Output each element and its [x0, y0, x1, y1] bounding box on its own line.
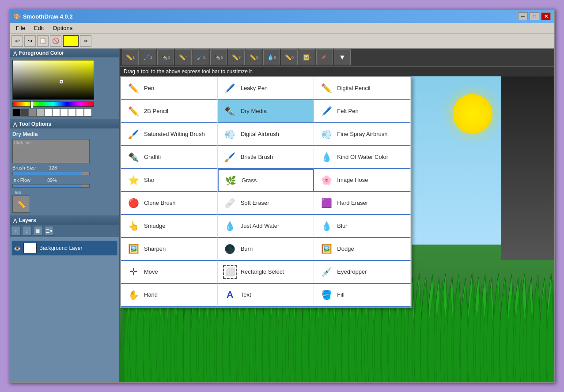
menu-options[interactable]: Options — [48, 24, 77, 32]
layer-menu-button[interactable]: ☰▾ — [44, 226, 54, 236]
tool-sharpen[interactable]: 🖼️ Sharpen — [121, 238, 218, 261]
tool-hard-eraser[interactable]: 🟪 Hard Eraser — [314, 192, 411, 215]
layer-item[interactable]: 👁️ Background Layer — [11, 241, 117, 256]
text-icon: A — [223, 288, 237, 302]
grass-icon: 🌿 — [224, 173, 238, 188]
tool-fine-spray[interactable]: 💨 Fine Spray Airbrush — [314, 123, 411, 146]
tool-leaky-pen[interactable]: 🖊️ Leaky Pen — [218, 77, 314, 100]
tool-kind-of-water[interactable]: 💧 Kind Of Water Color — [314, 146, 411, 169]
swatch-white[interactable] — [44, 109, 52, 117]
soft-eraser-icon: 🩹 — [223, 196, 237, 210]
burn-label: Burn — [241, 245, 253, 253]
swatch-w5[interactable] — [76, 109, 84, 117]
smudge-icon: 👆 — [126, 219, 140, 233]
tool-soft-eraser[interactable]: 🩹 Soft Eraser — [218, 192, 314, 215]
tool-pen[interactable]: ✏️ Pen — [121, 77, 218, 100]
layer-down-button[interactable]: ↓ — [22, 226, 32, 236]
tool-grass[interactable]: 🌿 Grass — [218, 169, 314, 192]
2b-pencil-icon: ✏️ — [126, 104, 140, 118]
tool-just-add-water[interactable]: 💧 Just Add Water — [218, 215, 314, 238]
close-button[interactable]: ✕ — [541, 12, 551, 20]
express-slot-7[interactable]: ✏️7 — [228, 49, 245, 65]
undo-button[interactable]: ↩ — [11, 35, 23, 47]
express-slot-equal[interactable]: 🖍️= — [316, 49, 333, 65]
size-tool[interactable]: ⇔ — [80, 35, 91, 47]
tool-2b-pencil[interactable]: ✏️ 2B Pencil — [121, 100, 218, 123]
swatch-dark[interactable] — [20, 109, 28, 117]
menu-file[interactable]: File — [11, 24, 30, 32]
color-dot — [60, 80, 63, 83]
tool-bristle-brush[interactable]: 🖌️ Bristle Brush — [218, 146, 314, 169]
tool-digital-airbrush[interactable]: 💨 Digital Airbrush — [218, 123, 314, 146]
express-slot-more[interactable]: ▼ — [334, 49, 351, 65]
tool-smudge[interactable]: 👆 Smudge — [121, 215, 218, 238]
tool-text[interactable]: A Text — [218, 284, 314, 307]
layer-copy-button[interactable]: 📋 — [33, 226, 43, 236]
cancel-button[interactable]: 🚫 — [50, 35, 61, 47]
express-slot-4[interactable]: ✏️4 — [175, 49, 192, 65]
hue-bar[interactable] — [12, 102, 94, 107]
minimize-button[interactable]: ─ — [518, 12, 528, 20]
just-add-water-icon: 💧 — [223, 219, 237, 233]
dab-preview[interactable]: ✏️ — [12, 195, 30, 213]
swatch-w2[interactable] — [52, 109, 60, 117]
tool-fill[interactable]: 🪣 Fill — [314, 284, 411, 307]
graffiti-label: Graffiti — [144, 154, 161, 161]
ink-flow-slider[interactable] — [12, 184, 90, 188]
tool-star[interactable]: ⭐ Star — [121, 169, 218, 192]
express-slot-3[interactable]: ✒️3 — [157, 49, 174, 65]
move-label: Move — [144, 268, 158, 276]
tool-clone-brush[interactable]: 🔴 Clone Brush — [121, 192, 218, 215]
brush-size-slider[interactable] — [12, 172, 90, 175]
canvas-area[interactable]: ✏️ Pen 🖊️ Leaky Pen ✏️ Digital Pencil — [120, 76, 554, 382]
swatch-w4[interactable] — [68, 109, 76, 117]
clipboard-button[interactable]: 📋 — [37, 35, 49, 47]
maximize-button[interactable]: □ — [530, 12, 539, 20]
title-bar: 🎨 SmoothDraw 4.0.2 ─ □ ✕ — [10, 10, 554, 23]
express-slot-6[interactable]: ✒️6 — [210, 49, 227, 65]
tool-move[interactable]: ✛ Move — [121, 261, 218, 284]
menu-edit[interactable]: Edit — [30, 24, 48, 32]
swatch-black[interactable] — [12, 109, 20, 117]
express-slot-2[interactable]: 🖊️2 — [140, 49, 156, 65]
tool-rect-select[interactable]: ⬜ Rectangle Select — [218, 261, 314, 284]
swatch-med[interactable] — [28, 109, 36, 117]
foreground-swatch[interactable] — [63, 35, 79, 47]
layers-content: 👁️ Background Layer — [10, 237, 119, 382]
color-gradient[interactable] — [12, 60, 94, 100]
hard-eraser-label: Hard Eraser — [337, 200, 368, 207]
tooltip-text: Drag a tool to the above express tool ba… — [124, 68, 253, 75]
tool-sat-writing[interactable]: 🖌️ Saturated Writing Brush — [121, 123, 218, 146]
brush-preview[interactable]: Click me — [12, 139, 90, 163]
swatch-light[interactable] — [36, 109, 44, 117]
tool-digital-pencil[interactable]: ✏️ Digital Pencil — [314, 77, 411, 100]
tool-dodge[interactable]: 🖼️ Dodge — [314, 238, 411, 261]
layers-header: ⋀ Layers — [10, 216, 119, 225]
express-slot-minus[interactable]: 🖼️- — [299, 49, 315, 65]
fill-icon: 🪣 — [319, 288, 333, 302]
brush-size-row: Brush Size 128 — [12, 165, 117, 170]
ink-flow-label: Ink Flow — [12, 177, 39, 183]
leaky-pen-label: Leaky Pen — [241, 85, 268, 92]
swatch-w3[interactable] — [60, 109, 68, 117]
app-icon: 🎨 — [13, 13, 20, 20]
layer-visibility-icon[interactable]: 👁️ — [14, 245, 21, 252]
dry-media-label: Dry Media — [241, 108, 267, 115]
redo-button[interactable]: ↪ — [24, 35, 36, 47]
express-slot-1[interactable]: ✏️1 — [122, 49, 139, 65]
tool-felt-pen[interactable]: 🖊️ Felt Pen — [314, 100, 411, 123]
express-slot-0[interactable]: ✏️0 — [281, 49, 298, 65]
layer-up-button[interactable]: ↑ — [11, 226, 21, 236]
express-slot-5[interactable]: 🖌️5 — [193, 49, 209, 65]
express-slot-9[interactable]: 💧9 — [263, 49, 280, 65]
tool-image-hose[interactable]: 🌸 Image Hose — [314, 169, 411, 192]
tool-hand[interactable]: ✋ Hand — [121, 284, 218, 307]
tool-graffiti[interactable]: ✒️ Graffiti — [121, 146, 218, 169]
tool-burn[interactable]: 🌑 Burn — [218, 238, 314, 261]
express-slot-8[interactable]: ✏️8 — [246, 49, 262, 65]
tool-panel: ✏️ Pen 🖊️ Leaky Pen ✏️ Digital Pencil — [120, 76, 412, 308]
swatch-w6[interactable] — [84, 109, 92, 117]
tool-eyedropper[interactable]: 💉 Eyedropper — [314, 261, 411, 284]
tool-dry-media[interactable]: ✒️ Dry Media — [218, 100, 314, 123]
tool-blur[interactable]: 💧 Blur — [314, 215, 411, 238]
